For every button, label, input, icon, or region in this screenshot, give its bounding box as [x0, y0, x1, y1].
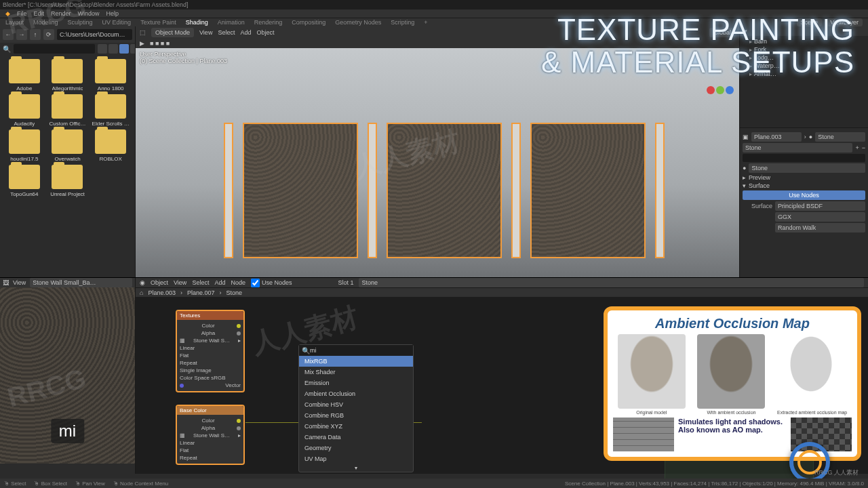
- mat-browse-icon[interactable]: ●: [743, 165, 746, 171]
- menu-edit[interactable]: Edit: [34, 10, 45, 17]
- axis-x-icon[interactable]: [707, 86, 715, 94]
- image-canvas[interactable]: mi: [0, 287, 135, 464]
- editor-type-icon[interactable]: ⬚: [140, 29, 146, 36]
- ne-node[interactable]: Node: [231, 279, 245, 286]
- node-image-texture-1[interactable]: Textures Color Alpha ▦Stone Wall S…▸ Lin…: [176, 310, 244, 392]
- search-result[interactable]: Combine RGB: [299, 410, 413, 421]
- folder-item[interactable]: houdini17.5: [4, 129, 45, 162]
- search-result[interactable]: Combine XYZ: [299, 421, 413, 432]
- crumb-home-icon[interactable]: ⌂: [140, 289, 143, 296]
- folder-item[interactable]: Anno 1800: [90, 59, 131, 92]
- tab-uv[interactable]: UV Editing: [102, 19, 132, 26]
- ne-header: ◉ Object View Select Add Node Use Nodes …: [136, 278, 868, 287]
- surface-panel[interactable]: ▾ Surface: [743, 182, 865, 189]
- folder-item[interactable]: ROBLOX: [90, 129, 131, 162]
- ne-slot[interactable]: Slot 1: [338, 279, 353, 286]
- tab-texpaint[interactable]: Texture Paint: [140, 19, 176, 26]
- tab-script[interactable]: Scripting: [391, 19, 414, 26]
- vp-view[interactable]: View: [199, 29, 212, 36]
- folder-item[interactable]: Elder Scrolls …: [90, 94, 131, 127]
- fb-fwd-icon[interactable]: →: [16, 29, 27, 40]
- search-icon: 🔍: [3, 45, 11, 53]
- tab-shading[interactable]: Shading: [186, 19, 208, 26]
- distribution[interactable]: GGX: [775, 212, 865, 222]
- folder-item[interactable]: Unreal Project: [47, 165, 88, 197]
- fb-up-icon[interactable]: ↑: [30, 29, 41, 40]
- image-editor[interactable]: 🖼 View Stone Wall Small_Ba… mi: [0, 278, 136, 474]
- fb-list-view-icon[interactable]: [98, 44, 107, 54]
- ne-material[interactable]: Stone: [359, 278, 864, 287]
- menu-window[interactable]: Window: [78, 10, 100, 17]
- props-object[interactable]: Plane.003: [751, 132, 802, 142]
- ne-shader-type[interactable]: Object: [151, 279, 168, 286]
- mat-remove-icon[interactable]: −: [862, 144, 865, 151]
- folder-item[interactable]: Overwatch: [47, 129, 88, 162]
- play-icon[interactable]: ▶: [140, 40, 144, 47]
- crumb-1[interactable]: Plane.007: [185, 289, 217, 296]
- search-result[interactable]: Camera Data: [299, 432, 413, 443]
- tab-anim[interactable]: Animation: [218, 19, 245, 26]
- search-result[interactable]: Geometry: [299, 443, 413, 453]
- surface-shader[interactable]: Principled BSDF: [775, 201, 865, 211]
- axis-z-icon[interactable]: [726, 86, 734, 94]
- viewport-canvas[interactable]: User Perspective (0) Scene Collection | …: [136, 48, 739, 277]
- search-result[interactable]: MixRGB: [299, 356, 413, 367]
- mat-add-icon[interactable]: +: [855, 144, 859, 151]
- fb-col-view-icon[interactable]: [108, 44, 118, 54]
- preview-panel[interactable]: ▸ Preview: [743, 174, 865, 181]
- menu-file[interactable]: File: [17, 10, 27, 17]
- vp-add[interactable]: Add: [240, 29, 251, 36]
- img-editor-icon[interactable]: 🖼: [3, 279, 9, 286]
- node-search-input[interactable]: [299, 345, 413, 356]
- search-result[interactable]: Ambient Occlusion: [299, 388, 413, 399]
- tab-sculpting[interactable]: Sculpting: [68, 19, 93, 26]
- ne-select[interactable]: Select: [192, 279, 209, 286]
- tab-modeling[interactable]: Modeling: [33, 19, 58, 26]
- node-image-texture-2[interactable]: Base Color Color Alpha ▦Stone Wall S…▸ L…: [176, 405, 244, 464]
- vp-select[interactable]: Select: [218, 29, 235, 36]
- ne-use-nodes[interactable]: Use Nodes: [251, 279, 292, 287]
- folder-label: Unreal Project: [50, 191, 85, 197]
- select-tools[interactable]: ■ ■ ■ ■: [150, 40, 170, 47]
- axis-y-icon[interactable]: [716, 86, 724, 94]
- ne-view[interactable]: View: [174, 279, 186, 286]
- axis-gizmo[interactable]: [707, 86, 734, 94]
- fb-search-input[interactable]: [14, 44, 95, 54]
- folder-item[interactable]: Custom Offic…: [47, 94, 88, 127]
- menu-render[interactable]: Render: [51, 10, 71, 17]
- fb-refresh-icon[interactable]: ⟳: [43, 29, 54, 40]
- search-result[interactable]: UV Map: [299, 453, 413, 464]
- tab-geo[interactable]: Geometry Nodes: [335, 19, 381, 26]
- crumb-0[interactable]: Plane.003: [146, 289, 178, 296]
- use-nodes-button[interactable]: Use Nodes: [743, 190, 865, 200]
- folder-item[interactable]: Allegorithmic: [47, 59, 88, 92]
- img-name[interactable]: Stone Wall Small_Ba…: [30, 278, 132, 287]
- mat-slot-list[interactable]: [743, 154, 865, 162]
- fb-thumb-view-icon[interactable]: [119, 44, 129, 54]
- fb-back-icon[interactable]: ←: [3, 29, 14, 40]
- folder-item[interactable]: TopoGun64: [4, 165, 45, 197]
- search-result[interactable]: Emission: [299, 378, 413, 388]
- vp-object[interactable]: Object: [256, 29, 274, 36]
- ne-editor-icon[interactable]: ◉: [140, 279, 145, 286]
- tab-layout[interactable]: Layout: [5, 19, 24, 26]
- subsurface-method[interactable]: Random Walk: [775, 223, 865, 232]
- img-view-menu[interactable]: View: [13, 279, 26, 286]
- crumb-2[interactable]: Stone: [224, 289, 245, 296]
- folder-item[interactable]: Audacity: [4, 94, 45, 127]
- mat-name[interactable]: Stone: [749, 163, 865, 173]
- fb-path-field[interactable]: C:\Users\User\Docum…: [57, 29, 132, 40]
- add-node-search[interactable]: 🔍 MixRGBMix ShaderEmissionAmbient Occlus…: [298, 344, 414, 472]
- tab-comp[interactable]: Compositing: [292, 19, 326, 26]
- mode-select[interactable]: Object Mode: [151, 28, 194, 37]
- tab-render[interactable]: Rendering: [254, 19, 283, 26]
- props-material[interactable]: Stone: [815, 132, 865, 142]
- search-result[interactable]: Combine HSV: [299, 399, 413, 410]
- ne-add[interactable]: Add: [214, 279, 225, 286]
- mat-slot[interactable]: Stone: [743, 143, 852, 152]
- menu-help[interactable]: Help: [106, 10, 119, 17]
- tab-add-workspace[interactable]: +: [424, 19, 427, 26]
- folder-item[interactable]: Adobe: [4, 59, 45, 92]
- fb-sort-icon[interactable]: [130, 44, 136, 54]
- search-result[interactable]: Mix Shader: [299, 367, 413, 378]
